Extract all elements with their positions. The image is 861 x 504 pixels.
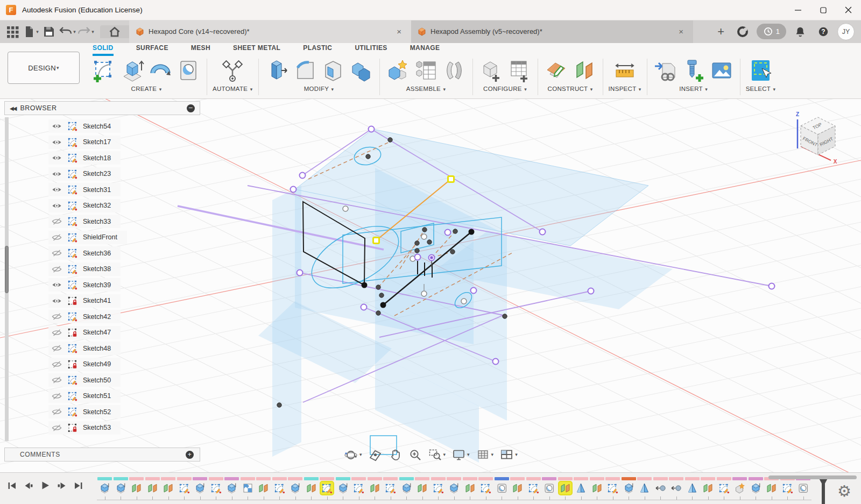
timeline-settings-gear-icon[interactable]: ⚙ <box>837 484 851 499</box>
visibility-off-eye-icon[interactable] <box>52 360 62 368</box>
sketch-feature-icon[interactable] <box>432 482 444 494</box>
sketch-feature-icon[interactable] <box>210 482 222 494</box>
visibility-on-eye-icon[interactable] <box>52 170 62 178</box>
hole-icon[interactable] <box>175 58 201 83</box>
window-zoom-button[interactable]: ▾ <box>428 448 446 462</box>
extrude-feature-icon[interactable] <box>623 482 635 494</box>
timeline-feature-extrude[interactable] <box>399 477 415 500</box>
group-label-construct[interactable]: CONSTRUCT ▾ <box>548 86 593 92</box>
browser-row-Sketch36[interactable]: Sketch36 <box>48 246 121 260</box>
timeline-feature-plane[interactable] <box>256 477 272 500</box>
visibility-off-eye-icon[interactable] <box>52 329 62 337</box>
timeline-feature-extrude[interactable] <box>97 477 113 500</box>
browser-row-Sketch33[interactable]: Sketch33 <box>48 215 121 228</box>
bom-table-icon[interactable] <box>413 58 439 83</box>
step-forward-button[interactable] <box>57 481 67 490</box>
extrude-feature-icon[interactable] <box>337 482 349 494</box>
visibility-off-eye-icon[interactable] <box>52 265 62 273</box>
visibility-off-eye-icon[interactable] <box>52 424 62 432</box>
timeline-feature-plane[interactable] <box>414 477 430 500</box>
timeline-feature-sketch[interactable] <box>177 477 193 500</box>
extensions-icon[interactable] <box>733 23 752 41</box>
visibility-on-eye-icon[interactable] <box>52 186 62 194</box>
notifications-bell-icon[interactable] <box>791 23 809 41</box>
browser-row-Sketch47[interactable]: Sketch47 <box>48 326 121 339</box>
browser-row-Sketch42[interactable]: Sketch42 <box>48 310 121 323</box>
extrude-feature-icon[interactable] <box>750 482 762 494</box>
visibility-on-eye-icon[interactable] <box>52 138 62 146</box>
visibility-on-eye-icon[interactable] <box>52 297 62 305</box>
browser-row-Sketch41[interactable]: Sketch41 <box>48 294 121 308</box>
sketch-feature-icon[interactable] <box>273 482 286 494</box>
comments-bar[interactable]: COMMENTS + <box>4 448 200 462</box>
add-comment-icon[interactable]: + <box>186 451 194 459</box>
visibility-off-eye-icon[interactable] <box>52 249 62 257</box>
timeline-feature-plane[interactable] <box>367 477 383 500</box>
visibility-on-eye-icon[interactable] <box>52 154 62 162</box>
timeline-feature-draft[interactable] <box>637 477 653 500</box>
visibility-on-eye-icon[interactable] <box>52 202 62 210</box>
play-button[interactable] <box>40 481 51 490</box>
group-label-assemble[interactable]: ASSEMBLE ▾ <box>406 86 446 92</box>
browser-row-ShieldFront[interactable]: ShieldFront <box>48 231 127 244</box>
timeline-feature-draft[interactable] <box>684 477 701 500</box>
sketch-feature-icon[interactable] <box>321 482 333 494</box>
timeline-feature-sketch[interactable] <box>526 477 542 500</box>
timeline-feature-plane[interactable] <box>304 477 320 500</box>
combine-icon[interactable] <box>348 58 374 83</box>
home-button[interactable] <box>100 25 129 38</box>
display-settings-button[interactable]: ▾ <box>452 448 470 462</box>
timeline-scrollbar[interactable] <box>768 475 857 479</box>
component-feature-icon[interactable] <box>242 482 254 494</box>
browser-scrollbar-thumb[interactable] <box>5 246 9 293</box>
configuration-table-icon[interactable] <box>506 58 532 83</box>
timeline-feature-plane[interactable] <box>160 477 177 500</box>
visibility-on-eye-icon[interactable] <box>52 281 62 289</box>
close-button[interactable] <box>836 0 861 20</box>
insert-derive-icon[interactable] <box>653 58 679 83</box>
sketch-feature-icon[interactable] <box>384 482 397 494</box>
browser-panel-header[interactable]: ◀◀ BROWSER – <box>4 101 200 115</box>
joint-feature-icon[interactable] <box>670 482 682 494</box>
hole-feature-icon[interactable] <box>543 482 555 494</box>
timeline-feature-new-component[interactable] <box>732 477 748 500</box>
timeline-feature-plane[interactable] <box>589 477 605 500</box>
redo-icon[interactable]: ▾ <box>76 23 95 41</box>
browser-row-Sketch18[interactable]: Sketch18 <box>48 151 121 165</box>
visibility-off-eye-icon[interactable] <box>52 217 62 225</box>
automate-icon[interactable] <box>220 58 245 83</box>
extrude-feature-icon[interactable] <box>289 482 301 494</box>
pan-button[interactable] <box>389 448 402 462</box>
timeline-feature-draft[interactable] <box>573 477 589 500</box>
group-label-create[interactable]: CREATE ▾ <box>131 86 162 92</box>
draft-feature-icon[interactable] <box>638 482 651 494</box>
timeline-feature-sketch[interactable] <box>319 477 335 500</box>
timeline-feature-sketch[interactable] <box>430 477 447 500</box>
plane-feature-icon[interactable] <box>511 482 524 494</box>
collapse-panel-icon[interactable]: ◀◀ <box>10 105 16 111</box>
minimize-panel-icon[interactable]: – <box>187 104 195 112</box>
shell-icon[interactable] <box>320 58 346 83</box>
orbit-button[interactable]: ▾ <box>344 448 362 462</box>
extrude-feature-icon[interactable] <box>115 482 127 494</box>
measure-icon[interactable] <box>612 58 638 83</box>
draft-feature-icon[interactable] <box>686 482 698 494</box>
browser-row-Sketch50[interactable]: Sketch50 <box>48 373 121 387</box>
timeline-feature-extrude[interactable] <box>113 477 129 500</box>
ribbon-tab-utilities[interactable]: UTILITIES <box>355 44 387 56</box>
timeline-feature-sketch[interactable] <box>351 477 367 500</box>
minimize-button[interactable] <box>785 0 810 20</box>
timeline-feature-extrude[interactable] <box>335 477 351 500</box>
plane-feature-icon[interactable] <box>702 482 714 494</box>
sketch-feature-icon[interactable] <box>606 482 619 494</box>
ribbon-tab-surface[interactable]: SURFACE <box>136 44 168 56</box>
configuration-icon[interactable] <box>478 58 504 83</box>
sketch-feature-icon[interactable] <box>718 482 730 494</box>
press-pull-icon[interactable] <box>264 58 290 83</box>
plane-feature-icon[interactable] <box>464 482 476 494</box>
new-tab-button[interactable]: + <box>714 25 729 39</box>
fillet-icon[interactable] <box>292 58 318 83</box>
hole-feature-icon[interactable] <box>797 482 809 494</box>
timeline-feature-plane[interactable] <box>557 477 574 500</box>
extrude-feature-icon[interactable] <box>98 482 111 494</box>
